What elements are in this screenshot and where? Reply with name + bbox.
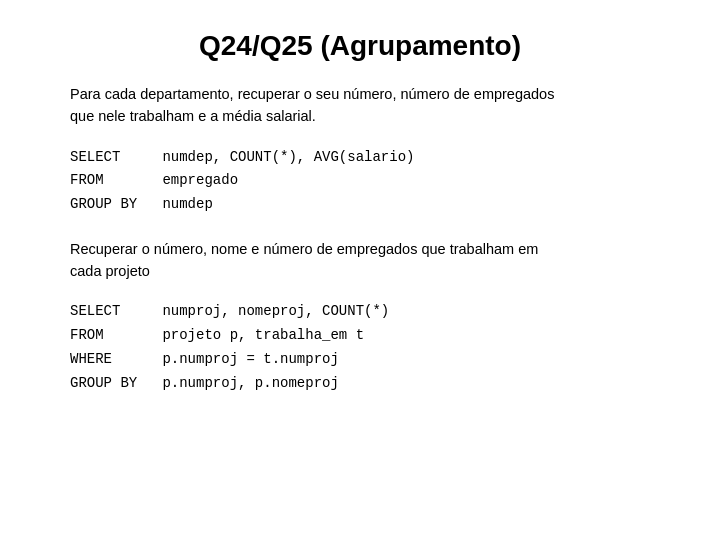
page: Q24/Q25 (Agrupamento) Para cada departam… [0,0,720,540]
page-title: Q24/Q25 (Agrupamento) [60,30,660,62]
section1-paragraph: Para cada departamento, recuperar o seu … [60,84,660,128]
section2-paragraph: Recuperar o número, nome e número de emp… [60,239,660,283]
section1-code: SELECT numdep, COUNT(*), AVG(salario) FR… [60,146,660,217]
section2-code: SELECT numproj, nomeproj, COUNT(*) FROM … [60,300,660,395]
